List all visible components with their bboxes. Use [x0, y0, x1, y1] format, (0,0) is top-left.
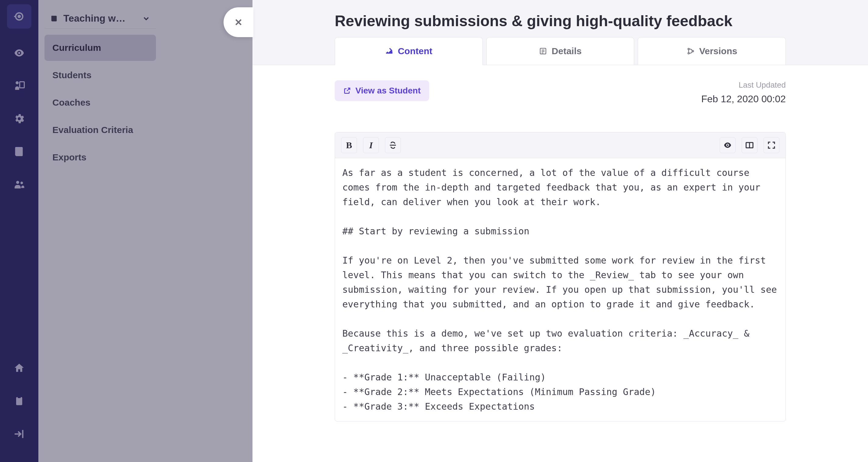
view-as-student-button[interactable]: View as Student: [335, 80, 429, 101]
clipboard-icon[interactable]: [7, 389, 31, 413]
meta-row: View as Student Last Updated Feb 12, 202…: [335, 80, 786, 105]
course-nav-item-evaluation-criteria[interactable]: Evaluation Criteria: [44, 117, 156, 143]
icon-rail: [0, 0, 38, 462]
editor-panel: Reviewing submissions & giving high-qual…: [252, 0, 868, 462]
svg-point-5: [16, 181, 19, 184]
settings-icon[interactable]: [7, 106, 31, 131]
community-icon[interactable]: [7, 172, 31, 197]
logo-icon[interactable]: [7, 4, 31, 29]
svg-rect-4: [20, 82, 24, 88]
svg-point-10: [688, 48, 689, 50]
italic-button[interactable]: I: [363, 137, 379, 153]
svg-point-3: [16, 81, 19, 84]
book-icon[interactable]: [7, 139, 31, 164]
preview-button[interactable]: [720, 137, 736, 153]
course-nav-item-students[interactable]: Students: [44, 62, 156, 88]
fullscreen-button[interactable]: [764, 137, 779, 153]
tab-label: Versions: [699, 46, 737, 56]
tab-versions[interactable]: Versions: [638, 37, 786, 65]
svg-rect-7: [16, 397, 22, 405]
tab-details[interactable]: Details: [486, 37, 634, 65]
tab-label: Content: [398, 46, 432, 56]
tab-label: Details: [552, 46, 581, 56]
course-panel: Teaching w… CurriculumStudentsCoachesEva…: [38, 0, 162, 462]
close-icon: [233, 17, 244, 27]
markdown-toolbar: B I: [335, 132, 785, 158]
teach-icon[interactable]: [7, 74, 31, 98]
view-as-student-label: View as Student: [355, 86, 421, 96]
markdown-content[interactable]: As far as a student is concerned, a lot …: [335, 158, 785, 421]
course-nav-item-coaches[interactable]: Coaches: [44, 90, 156, 116]
course-nav-item-curriculum[interactable]: Curriculum: [44, 35, 156, 61]
close-panel-button[interactable]: [223, 7, 253, 37]
split-view-button[interactable]: [742, 137, 757, 153]
details-tab-icon: [539, 47, 547, 55]
bold-button[interactable]: B: [341, 137, 357, 153]
book-small-icon: [50, 14, 59, 23]
last-updated: Last Updated Feb 12, 2020 00:02: [701, 80, 786, 105]
editor-header: Reviewing submissions & giving high-qual…: [252, 0, 868, 65]
logout-icon[interactable]: [7, 422, 31, 446]
external-link-icon: [343, 87, 351, 95]
course-selector[interactable]: Teaching w…: [44, 8, 156, 29]
editor-body: View as Student Last Updated Feb 12, 202…: [252, 65, 868, 462]
svg-point-13: [727, 144, 728, 146]
last-updated-label: Last Updated: [701, 80, 786, 90]
course-selector-label: Teaching w…: [63, 13, 137, 24]
page-title: Reviewing submissions & giving high-qual…: [335, 12, 786, 30]
svg-rect-8: [18, 396, 21, 398]
last-updated-value: Feb 12, 2020 00:02: [701, 93, 786, 105]
chevron-down-icon: [142, 14, 151, 23]
course-nav-item-exports[interactable]: Exports: [44, 144, 156, 170]
overview-icon[interactable]: [7, 41, 31, 65]
tabs: ContentDetailsVersions: [335, 37, 786, 65]
tab-content[interactable]: Content: [335, 37, 483, 65]
svg-point-11: [688, 53, 689, 54]
svg-point-2: [18, 52, 21, 54]
strikethrough-button[interactable]: [385, 137, 401, 153]
versions-tab-icon: [686, 47, 695, 55]
markdown-editor: B I As far as a st: [335, 132, 786, 422]
course-nav: CurriculumStudentsCoachesEvaluation Crit…: [44, 35, 156, 170]
svg-point-6: [21, 182, 23, 184]
content-tab-icon: [385, 47, 394, 55]
svg-point-1: [18, 15, 21, 18]
home-icon[interactable]: [7, 356, 31, 381]
